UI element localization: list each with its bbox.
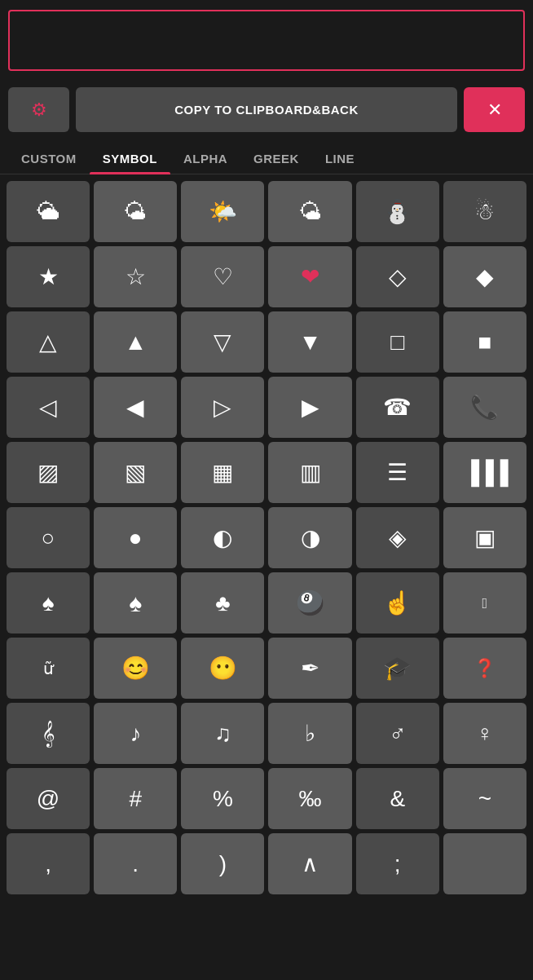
copy-clipboard-button[interactable]: COPY TO CLIPBOARD&BACK (76, 87, 457, 132)
symbol-btn-quarter-note-long[interactable]: 𝄞 (7, 703, 90, 764)
symbol-btn-period[interactable]: . (94, 833, 177, 894)
symbol-btn-sun-orange[interactable]: 🌤 (268, 181, 351, 242)
symbol-btn-arrow-left-filled[interactable]: ◀ (94, 377, 177, 438)
symbol-btn-placeholder[interactable] (443, 833, 526, 894)
toolbar: ⚙ COPY TO CLIPBOARD&BACK ✕ (0, 82, 533, 140)
delete-icon: ✕ (487, 99, 502, 121)
symbol-btn-grid-light[interactable]: ▦ (181, 442, 264, 503)
symbol-btn-circle-half-left[interactable]: ◐ (181, 507, 264, 568)
symbol-btn-triangle-outline-up[interactable]: △ (7, 311, 90, 373)
symbol-btn-cloud-gray[interactable]: 🌥 (7, 181, 90, 242)
symbol-btn-question[interactable]: ❓ (443, 638, 526, 699)
symbol-btn-spade-outline[interactable]: ♠ (7, 572, 90, 633)
symbol-btn-beamed-notes[interactable]: ♫ (181, 703, 264, 764)
symbol-btn-phone-red[interactable]: 📞 (443, 377, 526, 438)
symbol-btn-star-filled[interactable]: ★ (7, 246, 90, 307)
symbol-btn-diamond-filled[interactable]: ◆ (443, 246, 526, 307)
symbol-btn-permille[interactable]: ‰ (268, 768, 351, 829)
tab-greek[interactable]: GREEK (240, 143, 312, 174)
tabs-row: CUSTOM SYMBOL ALPHA GREEK LINE (0, 140, 533, 174)
symbol-btn-circle-half-right[interactable]: ◑ (268, 507, 351, 568)
symbol-btn-arrow-right-filled[interactable]: ▶ (268, 377, 351, 438)
symbol-btn-triangle-outline-down[interactable]: ▽ (181, 311, 264, 373)
symbol-btn-pointing-finger[interactable]: ☝️ (356, 572, 439, 633)
symbol-btn-neutral-face[interactable]: 😶 (181, 638, 264, 699)
symbol-btn-phone-outline[interactable]: ☎ (356, 377, 439, 438)
symbol-btn-flat[interactable]: ♭ (268, 703, 351, 764)
symbol-btn-arrow-right-outline[interactable]: ▷ (181, 377, 264, 438)
symbol-btn-triangle-filled-up[interactable]: ▲ (94, 311, 177, 373)
symbol-btn-circle-outline[interactable]: ○ (7, 507, 90, 568)
symbol-btn-pen[interactable]: ✒ (268, 638, 351, 699)
tab-symbol[interactable]: SYMBOL (90, 143, 170, 174)
symbol-btn-snowman-outline[interactable]: ⛄ (356, 181, 439, 242)
symbol-btn-at[interactable]: @ (7, 768, 90, 829)
symbol-btn-graduation[interactable]: 🎓 (356, 638, 439, 699)
symbol-btn-hatched-diag-right[interactable]: ▧ (94, 442, 177, 503)
symbol-btn-snowman[interactable]: ☃ (443, 181, 526, 242)
symbol-btn-arrow-left-outline[interactable]: ◁ (7, 377, 90, 438)
symbol-btn-paren-close[interactable]: ) (181, 833, 264, 894)
symbol-btn-eighth-note[interactable]: ♪ (94, 703, 177, 764)
symbol-btn-comma[interactable]: , (7, 833, 90, 894)
input-area (0, 0, 533, 82)
tab-custom[interactable]: CUSTOM (8, 143, 90, 174)
symbol-btn-circle-filled[interactable]: ● (94, 507, 177, 568)
symbol-btn-male[interactable]: ♂ (356, 703, 439, 764)
symbol-btn-cloud-white[interactable]: 🌤 (94, 181, 177, 242)
symbol-btn-smile[interactable]: 😊 (94, 638, 177, 699)
tab-line[interactable]: LINE (312, 143, 368, 174)
symbol-btn-hatched-diag-left[interactable]: ▨ (7, 442, 90, 503)
text-input[interactable] (8, 10, 525, 71)
symbol-btn-lines-horiz[interactable]: ☰ (356, 442, 439, 503)
symbol-btn-diamond-outline[interactable]: ◇ (356, 246, 439, 307)
symbol-btn-billiard[interactable]: 🎱 (268, 572, 351, 633)
symbol-btn-star-outline[interactable]: ☆ (94, 246, 177, 307)
symbol-btn-diamond-square[interactable]: ◈ (356, 507, 439, 568)
symbol-btn-caret[interactable]: ∧ (268, 833, 351, 894)
symbol-btn-percent[interactable]: % (181, 768, 264, 829)
symbol-btn-club[interactable]: ♣ (181, 572, 264, 633)
symbol-btn-sun-yellow[interactable]: 🌤️ (181, 181, 264, 242)
symbol-btn-lines-vert[interactable]: ▐▐▐ (443, 442, 526, 503)
copy-label: COPY TO CLIPBOARD&BACK (174, 103, 358, 117)
settings-button[interactable]: ⚙ (8, 87, 69, 132)
symbol-btn-spade-filled[interactable]: ♠ (94, 572, 177, 633)
gear-icon: ⚙ (31, 99, 47, 121)
symbol-btn-semicolon[interactable]: ; (356, 833, 439, 894)
symbol-btn-heart-filled[interactable]: ❤ (268, 246, 351, 307)
symbol-btn-special-u[interactable]: ữ (7, 638, 90, 699)
symbol-btn-hash[interactable]: # (94, 768, 177, 829)
symbol-btn-square-outline[interactable]: □ (356, 311, 439, 373)
symbol-grid: 🌥 🌤 🌤️ 🌤 ⛄ ☃ ★ ☆ ♡ ❤ ◇ ◆ △ ▲ ▽ ▼ □ ■ ◁ ◀… (0, 174, 533, 901)
symbol-btn-ampersand[interactable]: & (356, 768, 439, 829)
tab-alpha[interactable]: ALPHA (170, 143, 240, 174)
delete-button[interactable]: ✕ (464, 87, 525, 132)
symbol-btn-triangle-filled-down[interactable]: ▼ (268, 311, 351, 373)
symbol-btn-grid-dark[interactable]: ▥ (268, 442, 351, 503)
symbol-btn-female[interactable]: ♀ (443, 703, 526, 764)
symbol-btn-square-filled[interactable]: ■ (443, 311, 526, 373)
symbol-btn-tilde[interactable]: ~ (443, 768, 526, 829)
symbol-btn-square-dotted[interactable]: ▣ (443, 507, 526, 568)
symbol-btn-heart-outline[interactable]: ♡ (181, 246, 264, 307)
symbol-btn-eye-of-horus[interactable]: 𓂀 (443, 572, 526, 633)
